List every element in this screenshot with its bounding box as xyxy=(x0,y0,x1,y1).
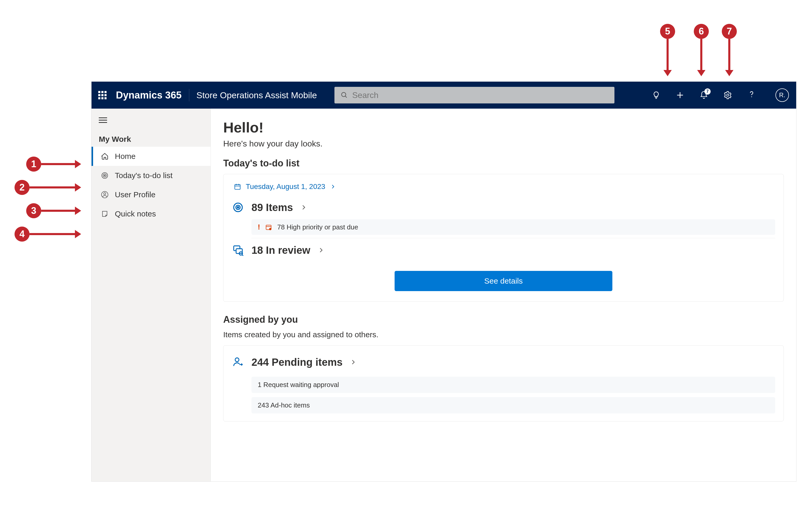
settings-icon[interactable] xyxy=(723,90,733,100)
app-launcher-icon[interactable] xyxy=(96,89,109,101)
date-picker-row[interactable]: Tuesday, August 1, 2023 xyxy=(232,180,775,197)
alert-icon: ! xyxy=(258,223,260,231)
sidebar-toggle[interactable] xyxy=(91,112,211,129)
page-subtitle: Here's how your day looks. xyxy=(223,139,784,149)
sidebar-item-todo[interactable]: Today's to-do list xyxy=(91,166,211,185)
sidebar-item-home[interactable]: Home xyxy=(91,147,211,166)
target-icon xyxy=(100,171,109,180)
high-priority-alert: ! 78 High priority or past due xyxy=(251,219,775,235)
assigned-desc: Items created by you and assigned to oth… xyxy=(223,330,784,339)
callout-2: 2 xyxy=(14,180,29,195)
in-review-row[interactable]: 18 In review xyxy=(232,240,775,260)
product-brand: Dynamics 365 xyxy=(116,90,182,101)
date-label: Tuesday, August 1, 2023 xyxy=(246,182,325,191)
sidebar-item-label: Home xyxy=(115,152,136,161)
todo-heading: Today's to-do list xyxy=(223,158,784,169)
todo-card: Tuesday, August 1, 2023 89 Items ! 78 Hi… xyxy=(223,174,784,302)
sidebar: My Work Home Today's to-do list User Pro… xyxy=(91,109,211,481)
chevron-right-icon xyxy=(330,184,336,189)
callout-4: 4 xyxy=(14,227,29,242)
user-avatar[interactable]: R. xyxy=(776,88,789,102)
svg-point-25 xyxy=(235,358,239,362)
chevron-right-icon xyxy=(300,204,307,211)
svg-point-17 xyxy=(237,206,239,208)
svg-point-0 xyxy=(342,93,346,97)
callout-6: 6 xyxy=(694,24,709,39)
sidebar-section-title: My Work xyxy=(91,129,211,147)
svg-line-1 xyxy=(345,96,347,98)
notification-badge: 7 xyxy=(705,88,711,95)
note-icon xyxy=(100,209,109,218)
sidebar-item-notes[interactable]: Quick notes xyxy=(91,204,211,224)
svg-point-4 xyxy=(727,94,729,96)
callout-5: 5 xyxy=(660,24,675,39)
svg-point-8 xyxy=(104,175,105,176)
add-icon[interactable] xyxy=(675,90,685,100)
overdue-calendar-icon xyxy=(265,224,272,231)
in-review-label: 18 In review xyxy=(251,244,310,256)
app-window: Dynamics 365 Store Operations Assist Mob… xyxy=(91,81,797,482)
assigned-card: 244 Pending items 1 Request waiting appr… xyxy=(223,345,784,421)
divider xyxy=(251,238,775,238)
search-icon xyxy=(341,91,348,99)
svg-point-20 xyxy=(269,228,271,230)
lightbulb-icon[interactable] xyxy=(651,90,661,100)
topbar: Dynamics 365 Store Operations Assist Mob… xyxy=(91,82,796,109)
search-box[interactable] xyxy=(334,87,615,103)
chevron-right-icon xyxy=(350,359,356,365)
svg-point-5 xyxy=(751,96,752,97)
calendar-icon xyxy=(234,183,241,190)
svg-line-24 xyxy=(242,255,243,256)
chevron-right-icon xyxy=(318,247,324,254)
pending-row[interactable]: 244 Pending items xyxy=(232,352,775,372)
callout-3: 3 xyxy=(26,203,41,218)
sublist-item: 243 Ad-hoc items xyxy=(251,397,775,413)
sidebar-item-label: Today's to-do list xyxy=(115,171,173,180)
svg-rect-11 xyxy=(235,185,240,189)
callout-7: 7 xyxy=(722,24,737,39)
search-input[interactable] xyxy=(352,90,608,100)
sidebar-item-profile[interactable]: User Profile xyxy=(91,185,211,204)
sublist-item: 1 Request waiting approval xyxy=(251,376,775,393)
home-icon xyxy=(100,152,109,161)
notifications-icon[interactable]: 7 xyxy=(699,90,709,100)
callout-1: 1 xyxy=(26,157,41,172)
svg-point-10 xyxy=(104,193,106,195)
bullseye-icon xyxy=(232,201,244,214)
main-content: Hello! Here's how your day looks. Today'… xyxy=(211,109,796,481)
assigned-heading: Assigned by you xyxy=(223,314,784,325)
sidebar-item-label: Quick notes xyxy=(115,209,156,218)
page-greeting: Hello! xyxy=(223,119,784,136)
sidebar-item-label: User Profile xyxy=(115,190,156,199)
topbar-actions: 7 R. xyxy=(651,88,789,102)
assign-user-icon xyxy=(232,356,244,368)
app-name: Store Operations Assist Mobile xyxy=(196,90,317,100)
user-icon xyxy=(100,190,109,199)
pending-label: 244 Pending items xyxy=(251,356,342,368)
items-count-label: 89 Items xyxy=(251,202,293,213)
help-icon[interactable] xyxy=(746,90,757,100)
items-row[interactable]: 89 Items xyxy=(232,197,775,218)
alert-text: 78 High priority or past due xyxy=(277,223,358,231)
review-icon xyxy=(232,244,244,256)
see-details-button[interactable]: See details xyxy=(395,271,613,291)
